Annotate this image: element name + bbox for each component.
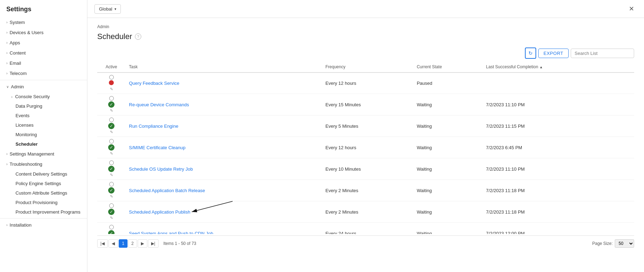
table-row: ✓✎Re-queue Device CommandsEvery 15 Minut…	[97, 94, 634, 115]
status-paused-icon	[109, 80, 114, 86]
chevron-right-icon: ›	[6, 162, 7, 166]
sidebar-item-settings-mgmt[interactable]: › Settings Management	[0, 149, 87, 159]
edit-icon[interactable]: ✎	[110, 194, 113, 199]
sidebar-subitem-content-delivery[interactable]: Content Delivery Settings	[0, 169, 87, 179]
sidebar-item-label: Content	[10, 50, 26, 56]
task-link[interactable]: Re-queue Device Commands	[129, 102, 189, 107]
sidebar-subitem-events[interactable]: Events	[0, 111, 87, 120]
table-row: ✓✎Scheduled Application PublishEvery 2 M…	[97, 201, 634, 223]
sidebar-subitem-custom-attribute[interactable]: Custom Attribute Settings	[0, 188, 87, 198]
sidebar-subitem-console-security[interactable]: › Console Security	[0, 92, 87, 101]
items-info: Items 1 - 50 of 73	[163, 241, 196, 246]
close-button[interactable]: ✕	[626, 4, 637, 14]
table-toolbar: ↻ EXPORT	[97, 48, 634, 59]
chevron-right-icon: ›	[6, 61, 7, 65]
first-page-button[interactable]: |◀	[97, 239, 108, 248]
sidebar-item-label: Troubleshooting	[10, 162, 42, 167]
active-radio[interactable]	[109, 118, 114, 122]
task-link[interactable]: S/MIME Certificate Cleanup	[129, 145, 185, 150]
frequency-cell: Every 15 Minutes	[322, 94, 413, 115]
scheduler-table: Active Task Frequency Current State Last…	[97, 62, 634, 234]
sidebar-item-email[interactable]: › Email	[0, 58, 87, 68]
sidebar-item-label: Email	[10, 61, 21, 66]
sidebar-item-label: Settings Management	[10, 151, 54, 157]
status-active-icon: ✓	[108, 101, 114, 108]
sidebar-subitem-policy-engine[interactable]: Policy Engine Settings	[0, 179, 87, 188]
active-radio[interactable]	[109, 160, 114, 165]
chevron-right-icon: ›	[6, 51, 7, 55]
task-link[interactable]: Query Feedback Service	[129, 81, 179, 86]
state-cell: Waiting	[413, 201, 483, 223]
active-radio[interactable]	[109, 96, 114, 101]
sidebar-item-apps[interactable]: › Apps	[0, 38, 87, 48]
edit-icon[interactable]: ✎	[110, 151, 113, 156]
sidebar-item-troubleshooting[interactable]: › Troubleshooting	[0, 159, 87, 169]
task-cell: Seed System Apps and Push to CDN Job	[125, 223, 322, 234]
sidebar-item-devices-users[interactable]: › Devices & Users	[0, 27, 87, 38]
completion-cell	[483, 72, 634, 94]
edit-icon[interactable]: ✎	[110, 216, 113, 220]
completion-cell: 7/2/2023 11:18 PM	[483, 201, 634, 223]
completion-cell: 7/2/2023 12:00 PM	[483, 223, 634, 234]
active-cell: ✓✎	[97, 115, 125, 137]
status-active-icon: ✓	[108, 166, 114, 172]
next-page-button[interactable]: ▶	[138, 239, 147, 248]
active-radio[interactable]	[109, 203, 114, 208]
edit-icon[interactable]: ✎	[110, 130, 113, 134]
state-cell: Waiting	[413, 223, 483, 234]
chevron-right-icon: ›	[6, 223, 7, 227]
sidebar-subitem-label: Licenses	[16, 122, 33, 128]
col-last-completion: Last Successful Completion ▲	[483, 62, 634, 72]
active-cell: ✓✎	[97, 201, 125, 223]
sidebar-item-content[interactable]: › Content	[0, 48, 87, 58]
chevron-down-icon: ▾	[114, 7, 116, 11]
active-cell: ✓✎	[97, 223, 125, 234]
status-active-icon: ✓	[108, 187, 114, 194]
active-cell: ✓✎	[97, 137, 125, 158]
sidebar-item-installation[interactable]: › Installation	[0, 220, 87, 230]
page-size-select[interactable]: 25 50 100	[615, 239, 634, 248]
state-cell: Waiting	[413, 158, 483, 180]
help-icon[interactable]: ?	[135, 33, 141, 40]
last-page-button[interactable]: ▶|	[148, 239, 159, 248]
sidebar-subitem-product-provisioning[interactable]: Product Provisioning	[0, 198, 87, 207]
global-label: Global	[99, 6, 112, 12]
task-cell: S/MIME Certificate Cleanup	[125, 137, 322, 158]
sidebar-subitem-scheduler[interactable]: Scheduler	[0, 139, 87, 149]
table-row: ✓✎S/MIME Certificate CleanupEvery 12 hou…	[97, 137, 634, 158]
task-link[interactable]: Schedule OS Update Retry Job	[129, 166, 193, 172]
search-input[interactable]	[571, 49, 634, 58]
active-cell: ✓✎	[97, 94, 125, 115]
prev-page-button[interactable]: ◀	[109, 239, 118, 248]
task-cell: Run Compliance Engine	[125, 115, 322, 137]
active-radio[interactable]	[109, 75, 114, 80]
active-radio[interactable]	[109, 225, 114, 229]
task-link[interactable]: Seed System Apps and Push to CDN Job	[129, 231, 213, 234]
edit-icon[interactable]: ✎	[110, 108, 113, 113]
sidebar-subitem-licenses[interactable]: Licenses	[0, 120, 87, 130]
task-link[interactable]: Scheduled Application Batch Release	[129, 188, 205, 193]
active-radio[interactable]	[109, 182, 114, 186]
edit-icon[interactable]: ✎	[110, 87, 113, 91]
edit-icon[interactable]: ✎	[110, 173, 113, 177]
page-1-button[interactable]: 1	[119, 239, 128, 248]
task-link[interactable]: Run Compliance Engine	[129, 124, 178, 129]
sidebar-subitem-data-purging[interactable]: Data Purging	[0, 101, 87, 111]
completion-cell: 7/2/2023 11:15 PM	[483, 115, 634, 137]
global-dropdown-button[interactable]: Global ▾	[94, 4, 121, 14]
active-radio[interactable]	[109, 139, 114, 144]
sidebar-item-telecom[interactable]: › Telecom	[0, 68, 87, 78]
refresh-button[interactable]: ↻	[525, 48, 536, 59]
page-size-control: Page Size: 25 50 100	[592, 239, 634, 248]
export-button[interactable]: EXPORT	[538, 49, 569, 58]
col-task[interactable]: Task	[125, 62, 322, 72]
chevron-down-icon: ∨	[6, 85, 9, 89]
state-cell: Waiting	[413, 94, 483, 115]
sidebar-item-system[interactable]: › System	[0, 17, 87, 27]
task-link[interactable]: Scheduled Application Publish	[129, 209, 190, 215]
page-2-button[interactable]: 2	[128, 239, 137, 248]
state-cell: Paused	[413, 72, 483, 94]
sidebar-subitem-monitoring[interactable]: Monitoring	[0, 130, 87, 139]
sidebar-subitem-product-improvement[interactable]: Product Improvement Programs	[0, 207, 87, 217]
sidebar-item-admin[interactable]: ∨ Admin	[0, 82, 87, 92]
